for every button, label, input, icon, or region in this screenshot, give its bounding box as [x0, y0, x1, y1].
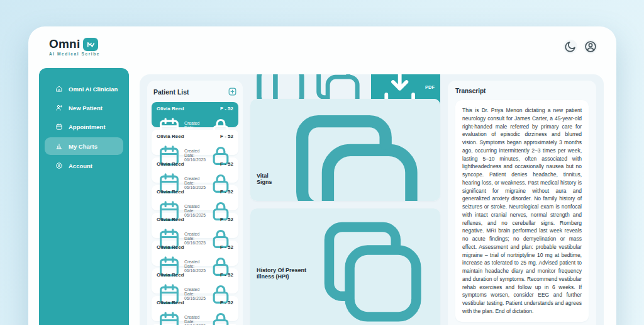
copy-section-button[interactable]: [280, 102, 434, 201]
patient-created-date: Created Date: 06/16/2025: [184, 315, 206, 325]
dark-mode-button[interactable]: [564, 40, 577, 54]
patient-created-date: Created Date: 06/16/2025: [184, 287, 206, 300]
app-window: Omni AI Medical Scribe Omni AI Clinician: [28, 26, 616, 325]
patient-sex-age: F - 52: [220, 217, 233, 222]
patient-sex-age: F - 52: [220, 106, 233, 111]
sidebar-item[interactable]: My Charts: [45, 137, 123, 155]
person-add-icon: [55, 104, 63, 111]
patient-name: Olivia Reed: [157, 272, 184, 278]
vital-signs-title: Vital Signs: [257, 173, 280, 185]
patient-name: Olivia Reed: [157, 161, 184, 167]
brand-name: Omni: [49, 37, 80, 51]
transcript-title: Transcript: [455, 88, 589, 94]
patient-name: Olivia Reed: [157, 134, 184, 139]
hpi-title: History Of Present Illness (HPI): [257, 267, 311, 280]
main-panel: Patient List Olivia Reed F - 52 Created …: [140, 74, 604, 325]
user-circle-icon: [55, 162, 63, 169]
documentation-toolbar: PDF: [250, 81, 440, 93]
calendar-icon: [55, 123, 63, 130]
patient-sex-age: F - 52: [220, 134, 233, 139]
bar-chart-icon: [55, 142, 63, 150]
vital-signs-section: Vital Signs +Blood Pressure Not Provided…: [250, 99, 440, 201]
sidebar-item-label: Appointment: [69, 123, 106, 130]
profile-button[interactable]: [584, 40, 597, 54]
patient-sex-age: F - 52: [220, 161, 233, 167]
documentation-panel: PDF Vital Signs +Blood Pressure Not Prov…: [250, 81, 440, 325]
sidebar-item-label: Omni AI Clinician: [69, 86, 118, 93]
sidebar-item[interactable]: Appointment: [39, 117, 129, 136]
sidebar-item[interactable]: Account: [39, 156, 129, 175]
patient-created-date: Created Date: 06/16/2025: [184, 259, 206, 273]
patient-card[interactable]: Olivia Reed F - 52 Created Date: 06/16/2…: [152, 102, 238, 127]
sidebar-item[interactable]: Omni AI Clinician: [39, 79, 129, 98]
hpi-section: History Of Present Illness (HPI) Complai…: [250, 208, 440, 325]
calendar-icon: [157, 309, 182, 325]
patient-created-date: Created Date: 06/16/2025: [184, 232, 206, 245]
brand-tagline: AI Medical Scribe: [49, 52, 100, 56]
copy-icon: [280, 102, 434, 201]
patient-created-date: Created Date: 06/16/2025: [184, 121, 206, 134]
patient-sex-age: F - 52: [220, 300, 233, 305]
add-patient-button[interactable]: [228, 87, 237, 96]
moon-icon: [564, 40, 577, 54]
transcript-text: This is Dr. Priya Menon dictating a new …: [455, 100, 589, 322]
patient-list-title: Patient List: [153, 88, 189, 96]
patient-name: Olivia Reed: [157, 244, 184, 250]
brand-logo-icon: [83, 38, 98, 51]
brand: Omni AI Medical Scribe: [49, 37, 100, 56]
patient-created-date: Created Date: 06/16/2025: [184, 149, 206, 162]
sidebar-item-label: New Patient: [69, 105, 103, 111]
patient-sex-age: F - 52: [220, 272, 233, 278]
patient-name: Olivia Reed: [157, 217, 184, 222]
lock-icon: [208, 309, 233, 325]
patient-sex-age: F - 52: [220, 244, 233, 250]
home-icon: [55, 85, 63, 93]
user-circle-icon: [584, 40, 597, 54]
patient-sex-age: F - 52: [220, 189, 233, 195]
pdf-button-label: PDF: [425, 84, 435, 90]
patient-name: Olivia Reed: [157, 106, 184, 111]
top-bar: Omni AI Medical Scribe: [28, 26, 616, 67]
sidebar: Omni AI Clinician New Patient Appointmen…: [39, 68, 129, 325]
patient-created-date: Created Date: 06/16/2025: [184, 176, 206, 190]
patient-name: Olivia Reed: [157, 300, 184, 305]
patient-list-panel: Patient List Olivia Reed F - 52 Created …: [147, 81, 243, 325]
transcript-panel: Transcript This is Dr. Priya Menon dicta…: [448, 81, 596, 325]
copy-section-button[interactable]: [311, 212, 434, 325]
patient-created-date: Created Date: 06/16/2025: [184, 204, 206, 217]
patient-cards: Olivia Reed F - 52 Created Date: 06/16/2…: [152, 102, 238, 325]
plus-icon: [228, 87, 237, 96]
sidebar-item-label: Account: [69, 162, 92, 169]
sidebar-item[interactable]: New Patient: [39, 98, 129, 117]
patient-name: Olivia Reed: [157, 189, 184, 195]
copy-icon: [311, 212, 434, 325]
sidebar-item-label: My Charts: [69, 143, 97, 150]
